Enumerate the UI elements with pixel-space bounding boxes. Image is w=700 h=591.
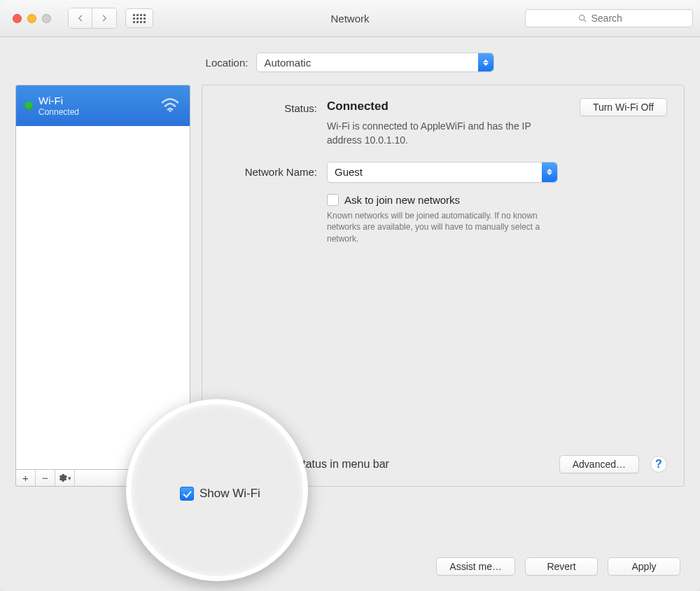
turn-wifi-off-button[interactable]: Turn Wi-Fi Off: [580, 98, 667, 116]
svg-point-2: [169, 110, 171, 112]
search-input[interactable]: [592, 13, 640, 24]
status-dot-connected: [24, 102, 33, 110]
close-window-button[interactable]: [13, 14, 22, 23]
show-wifi-status-row[interactable]: Show Wi-Fi status in menu bar: [219, 458, 389, 471]
ask-to-join-hint: Known networks will be joined automatica…: [327, 210, 558, 245]
grid-icon: [133, 14, 146, 23]
services-sidebar: Wi-Fi Connected + − ▾: [15, 85, 190, 487]
details-bottom-bar: Show Wi-Fi status in menu bar Advanced… …: [219, 455, 667, 473]
service-actions-menu[interactable]: ▾: [55, 470, 75, 486]
help-button[interactable]: ?: [650, 456, 667, 473]
select-arrows-icon: [478, 53, 493, 71]
main-area: Wi-Fi Connected + − ▾ Turn Wi-Fi Of: [0, 85, 700, 499]
ask-to-join-checkbox[interactable]: [327, 194, 339, 206]
forward-button[interactable]: [92, 8, 116, 28]
wifi-icon: [160, 97, 180, 115]
service-status: Connected: [38, 107, 79, 117]
chevron-left-icon: [76, 14, 85, 22]
service-item-wifi[interactable]: Wi-Fi Connected: [16, 85, 190, 126]
ask-to-join-label: Ask to join new networks: [344, 194, 460, 206]
remove-service-button[interactable]: −: [36, 470, 55, 486]
ask-to-join-row[interactable]: Ask to join new networks: [327, 194, 667, 206]
chevron-right-icon: [100, 14, 108, 22]
location-value: Automatic: [264, 57, 311, 69]
select-arrows-icon: [542, 162, 557, 182]
toolbar-nav-group: [68, 8, 117, 29]
advanced-button[interactable]: Advanced…: [559, 455, 639, 473]
service-details-panel: Turn Wi-Fi Off Status: Connected Wi-Fi i…: [202, 85, 685, 487]
search-icon: [578, 14, 587, 23]
location-row: Location: Automatic: [0, 37, 700, 85]
service-text: Wi-Fi Connected: [38, 95, 79, 117]
status-label: Status:: [219, 99, 317, 114]
window-footer: Assist me… Revert Apply: [436, 557, 680, 576]
location-label: Location:: [206, 57, 248, 69]
add-service-button[interactable]: +: [16, 470, 36, 486]
apply-button[interactable]: Apply: [608, 557, 680, 576]
back-button[interactable]: [69, 8, 92, 28]
chevron-down-icon: ▾: [68, 475, 71, 482]
revert-button[interactable]: Revert: [525, 557, 598, 576]
svg-point-0: [579, 15, 584, 20]
show-wifi-status-checkbox[interactable]: [219, 459, 231, 471]
network-name-select[interactable]: Guest: [327, 162, 558, 183]
service-name: Wi-Fi: [38, 95, 79, 107]
show-all-prefpanes-button[interactable]: [125, 8, 153, 28]
traffic-lights: [13, 14, 51, 23]
svg-line-1: [584, 20, 586, 22]
gear-icon: [58, 473, 67, 482]
services-list[interactable]: Wi-Fi Connected: [15, 85, 190, 470]
network-name-label: Network Name:: [219, 162, 317, 178]
titlebar: Network: [0, 0, 700, 37]
status-description: Wi-Fi is connected to AppleWiFi and has …: [327, 119, 565, 148]
search-field[interactable]: [525, 9, 693, 27]
assist-me-button[interactable]: Assist me…: [436, 557, 515, 576]
network-preferences-window: Network Location: Automatic Wi-Fi Connec…: [0, 0, 700, 591]
minimize-window-button[interactable]: [27, 14, 36, 23]
zoom-window-button[interactable]: [42, 14, 51, 23]
network-name-value: Guest: [335, 166, 363, 178]
show-wifi-status-label: Show Wi-Fi status in menu bar: [237, 458, 389, 471]
location-select[interactable]: Automatic: [256, 53, 494, 72]
network-name-row: Network Name: Guest Ask to join new netw…: [219, 162, 667, 245]
services-sidebar-footer: + − ▾: [15, 470, 190, 487]
